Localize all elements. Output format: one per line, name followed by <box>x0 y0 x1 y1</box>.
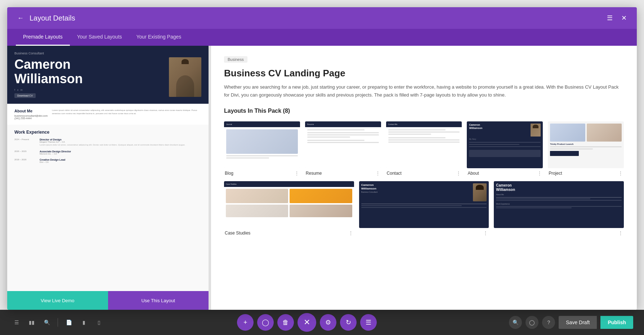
pack-title: Layouts In This Pack (8) <box>224 108 624 114</box>
thumb-menu-contact[interactable]: ⋮ <box>456 170 461 176</box>
save-draft-button[interactable]: Save Draft <box>559 316 597 329</box>
settings-icon[interactable]: ☰ <box>605 13 614 23</box>
thumb-menu-about[interactable]: ⋮ <box>537 170 542 176</box>
thumb-footer-resume: Resume ⋮ <box>305 170 381 176</box>
history-button[interactable]: ↻ <box>340 314 357 331</box>
cv-work-item-3: 2018 – 2020 Creative Design Lead Divi – … <box>14 158 201 163</box>
thumb-card-resume[interactable]: Resume <box>305 121 381 168</box>
thumb-footer-blog: Blog ⋮ <box>224 170 300 176</box>
layout-title: Business CV Landing Page <box>224 68 624 79</box>
back-button[interactable]: ← <box>16 13 25 23</box>
cv-work-item-1: 2024 – Present Director of Design Elegan… <box>14 138 201 147</box>
thumbnails-grid: Journal Blog ⋮ <box>224 121 624 176</box>
thumb-footer-about: About ⋮ <box>467 170 543 176</box>
help-icon[interactable]: ? <box>542 316 555 329</box>
thumb-menu-resume[interactable]: ⋮ <box>375 170 380 176</box>
thumb-card-cv-dark[interactable]: CameronWilliamson About Me Work Experien… <box>494 181 624 228</box>
thumb-label-resume: Resume <box>306 171 322 176</box>
category-badge: Business <box>224 56 247 63</box>
desktop-icon[interactable]: 📄 <box>63 317 75 328</box>
grid-icon[interactable]: ▮▮ <box>26 317 37 328</box>
thumb-footer-cv-hat: ⋮ <box>359 230 489 236</box>
cv-social: f x in <box>14 89 165 91</box>
cv-name: CameronWilliamson <box>14 57 165 86</box>
preview-panel: Business Consultant CameronWilliamson f … <box>7 46 209 310</box>
thumb-card-contact[interactable]: Contact Me <box>386 121 462 168</box>
thumb-card-project[interactable]: Trinity Product Launch <box>548 121 624 168</box>
detail-panel: Business Business CV Landing Page Whethe… <box>211 46 637 310</box>
modal-title: Layout Details <box>30 14 75 22</box>
cv-about-text: Lorem ipsum dolor sit amet consectetur a… <box>52 109 201 120</box>
cv-top: Business Consultant CameronWilliamson f … <box>7 46 209 104</box>
thumb-card-cv-hat[interactable]: CameronWilliamson Business Consultant <box>359 181 489 228</box>
cv-work-title: Work Experience <box>14 130 201 135</box>
thumb-label-about: About <box>468 171 479 176</box>
thumb-cv-dark: CameronWilliamson About Me Work Experien… <box>494 181 624 236</box>
view-demo-button[interactable]: View Live Demo <box>7 291 108 310</box>
thumb-contact: Contact Me <box>386 121 462 176</box>
search-circle-icon[interactable]: 🔍 <box>509 316 522 329</box>
thumb-menu-cv-hat[interactable]: ⋮ <box>483 230 488 236</box>
cv-photo <box>169 57 201 97</box>
cv-preview: Business Consultant CameronWilliamson f … <box>7 46 209 291</box>
thumb-card-about[interactable]: CameronWilliamson My Story <box>467 121 543 168</box>
thumb-card-blog[interactable]: Journal <box>224 121 300 168</box>
gear-button[interactable]: ⚙ <box>320 314 336 331</box>
publish-button[interactable]: Publish <box>600 316 633 329</box>
layout-description: Whether you are searching for a new job,… <box>224 83 624 99</box>
thumb-footer-case-studies: Case Studies ⋮ <box>224 230 354 236</box>
thumb-footer-cv-dark: ⋮ <box>494 230 624 236</box>
circle-icon-2[interactable]: ◯ <box>526 316 538 329</box>
thumb-footer-contact: Contact ⋮ <box>386 170 462 176</box>
thumbnails-grid-row2: Case Studies Case Studies <box>224 181 624 236</box>
cv-work: Work Experience 2024 – Present Director … <box>7 125 209 291</box>
thumb-menu-case-studies[interactable]: ⋮ <box>348 230 353 236</box>
thumb-menu-project[interactable]: ⋮ <box>618 170 623 176</box>
tab-existing[interactable]: Your Existing Pages <box>129 29 189 46</box>
thumb-blog: Journal Blog ⋮ <box>224 121 300 176</box>
thumb-card-case-studies[interactable]: Case Studies <box>224 181 354 228</box>
thumb-resume: Resume Resume <box>305 121 381 176</box>
use-layout-button[interactable]: Use This Layout <box>108 291 209 310</box>
trash-button[interactable]: 🗑 <box>277 314 294 331</box>
cv-about-title: About Me <box>14 109 48 113</box>
power-button[interactable]: ◯ <box>257 314 274 331</box>
cv-work-year-1: 2024 – Present <box>14 138 36 147</box>
modal-body: Business Consultant CameronWilliamson f … <box>7 46 637 310</box>
close-modal-button[interactable]: ✕ <box>620 13 628 23</box>
thumb-menu-blog[interactable]: ⋮ <box>294 170 299 176</box>
cv-work-detail-2: Associate Design Director Moment Inc. – … <box>40 150 71 155</box>
thumb-menu-cv-dark[interactable]: ⋮ <box>618 230 623 236</box>
thumb-label-blog: Blog <box>225 171 233 176</box>
toolbar-right: 🔍 ◯ ? Save Draft Publish <box>509 316 633 329</box>
modal-header: ← Layout Details ☰ ✕ <box>7 7 637 29</box>
thumb-footer-project: Project ⋮ <box>548 170 624 176</box>
thumb-cv-hat: CameronWilliamson Business Consultant <box>359 181 489 236</box>
tab-premade[interactable]: Premade Layouts <box>16 29 70 46</box>
hamburger-icon[interactable]: ☰ <box>11 317 22 328</box>
cv-work-detail-3: Creative Design Lead Divi – CA <box>40 158 65 163</box>
tab-saved[interactable]: Your Saved Layouts <box>70 29 129 46</box>
cv-email: businessconsultant@divi.com <box>14 115 48 117</box>
cv-phone: (341) 555-4444 <box>14 117 48 120</box>
preview-image: Business Consultant CameronWilliamson f … <box>7 46 209 291</box>
layout-button[interactable]: ☰ <box>360 314 377 331</box>
thumb-case-studies: Case Studies Case Studies <box>224 181 354 236</box>
cv-about: About Me businessconsultant@divi.com (34… <box>7 104 209 125</box>
cv-work-detail-1: Director of Design Elegant Themes Inc. –… <box>40 138 185 147</box>
thumb-label-project: Project <box>549 171 562 176</box>
tablet-icon[interactable]: ▮ <box>78 317 90 328</box>
header-left: ← Layout Details <box>16 13 75 23</box>
cv-label: Business Consultant <box>14 52 201 55</box>
cv-name-block: CameronWilliamson f x in Download CV <box>14 57 165 98</box>
close-center-button[interactable]: ✕ <box>298 313 316 332</box>
cv-work-item-2: 2020 – 2023 Associate Design Director Mo… <box>14 150 201 155</box>
cv-about-left: About Me businessconsultant@divi.com (34… <box>14 109 48 120</box>
toolbar-separator-1 <box>58 318 58 327</box>
cv-download-btn[interactable]: Download CV <box>14 93 36 98</box>
search-icon[interactable]: 🔍 <box>41 317 53 328</box>
thumb-project: Trinity Product Launch Project ⋮ <box>548 121 624 176</box>
mobile-icon[interactable]: ▯ <box>93 317 105 328</box>
thumb-about: CameronWilliamson My Story <box>467 121 543 176</box>
add-button[interactable]: + <box>237 314 254 331</box>
